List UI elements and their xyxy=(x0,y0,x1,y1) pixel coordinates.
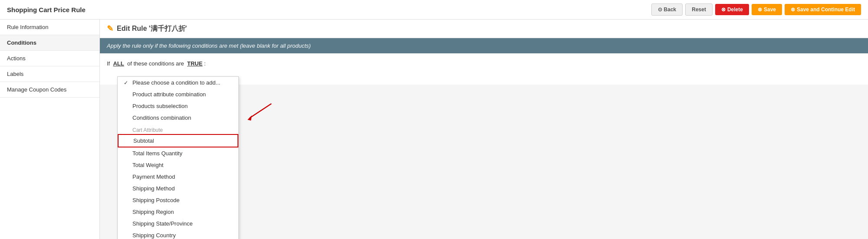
true-link[interactable]: TRUE xyxy=(187,60,202,67)
dropdown-item-subtotal[interactable]: Subtotal xyxy=(118,134,238,147)
svg-line-0 xyxy=(250,104,271,118)
dropdown-item-payment-method[interactable]: Payment Method xyxy=(118,171,238,183)
reset-button[interactable]: Reset xyxy=(685,3,713,16)
header-button-group: ⊙ Back Reset ⊗ Delete ⊗ Save ⊗ Save and … xyxy=(651,3,861,16)
conditions-banner: Apply the rule only if the following con… xyxy=(100,38,868,53)
no-check-icon xyxy=(124,115,130,121)
conditions-body: If ALL of these conditions are TRUE : ✓ … xyxy=(100,53,868,85)
no-check-icon xyxy=(124,221,130,227)
no-check-icon xyxy=(124,232,130,239)
delete-icon: ⊗ xyxy=(721,7,726,13)
dropdown-item-shipping-country[interactable]: Shipping Country xyxy=(118,229,238,239)
top-header: Shopping Cart Price Rule ⊙ Back Reset ⊗ … xyxy=(0,0,868,20)
save-button[interactable]: ⊗ Save xyxy=(752,4,782,15)
no-check-icon xyxy=(125,138,131,144)
back-button[interactable]: ⊙ Back xyxy=(651,3,683,16)
red-arrow-indicator xyxy=(243,101,274,122)
dropdown-item-shipping-postcode[interactable]: Shipping Postcode xyxy=(118,194,238,206)
sidebar-item-labels[interactable]: Labels xyxy=(0,66,99,82)
sidebar-item-actions[interactable]: Actions xyxy=(0,51,99,66)
condition-line: If ALL of these conditions are TRUE : xyxy=(107,60,861,67)
delete-button[interactable]: ⊗ Delete xyxy=(715,4,749,15)
sidebar: Rule Information Conditions Actions Labe… xyxy=(0,20,100,239)
no-check-icon xyxy=(124,103,130,109)
save-icon: ⊗ xyxy=(758,7,762,13)
dropdown-item-total-weight[interactable]: Total Weight xyxy=(118,159,238,171)
no-check-icon xyxy=(124,92,130,98)
sidebar-item-conditions[interactable]: Conditions xyxy=(0,35,99,51)
no-check-icon xyxy=(124,197,130,203)
page-header: ✎ Edit Rule '满千打八折' xyxy=(100,20,868,38)
svg-marker-1 xyxy=(248,115,252,121)
main-content: ✎ Edit Rule '满千打八折' Apply the rule only … xyxy=(100,20,868,239)
dropdown-item-placeholder[interactable]: ✓ Please choose a condition to add... xyxy=(118,77,238,88)
no-check-icon xyxy=(124,174,130,180)
app-title: Shopping Cart Price Rule xyxy=(7,6,86,13)
edit-icon: ✎ xyxy=(107,24,113,33)
dropdown-section-cart-attribute: Cart Attribute xyxy=(118,124,238,134)
no-check-icon xyxy=(124,127,130,133)
dropdown-item-shipping-state-province[interactable]: Shipping State/Province xyxy=(118,218,238,229)
dropdown-item-shipping-method[interactable]: Shipping Method xyxy=(118,183,238,194)
page-title: ✎ Edit Rule '满千打八折' xyxy=(107,24,187,33)
dropdown-item-conditions-combination[interactable]: Conditions combination xyxy=(118,112,238,124)
no-check-icon xyxy=(124,162,130,168)
save-continue-icon: ⊗ xyxy=(791,7,795,13)
content-area: Rule Information Conditions Actions Labe… xyxy=(0,20,868,239)
back-icon: ⊙ xyxy=(658,7,662,13)
app-wrapper: Shopping Cart Price Rule ⊙ Back Reset ⊗ … xyxy=(0,0,868,239)
sidebar-item-rule-information[interactable]: Rule Information xyxy=(0,20,99,35)
dropdown-item-product-attribute-combination[interactable]: Product attribute combination xyxy=(118,88,238,100)
check-icon: ✓ xyxy=(124,80,130,86)
sidebar-item-manage-coupon-codes[interactable]: Manage Coupon Codes xyxy=(0,82,99,98)
no-check-icon xyxy=(124,151,130,157)
all-link[interactable]: ALL xyxy=(113,60,124,67)
dropdown-item-total-items-quantity[interactable]: Total Items Quantity xyxy=(118,147,238,159)
no-check-icon xyxy=(124,186,130,192)
dropdown-item-products-subselection[interactable]: Products subselection xyxy=(118,100,238,112)
dropdown-item-shipping-region[interactable]: Shipping Region xyxy=(118,206,238,218)
condition-dropdown-menu[interactable]: ✓ Please choose a condition to add... Pr… xyxy=(117,76,239,239)
save-continue-button[interactable]: ⊗ Save and Continue Edit xyxy=(785,4,861,15)
no-check-icon xyxy=(124,209,130,215)
